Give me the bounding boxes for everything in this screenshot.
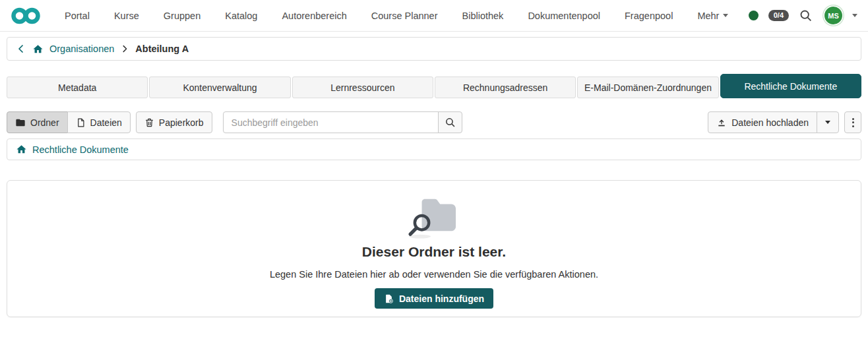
nav-item-dokumentenpool[interactable]: Dokumentenpool	[528, 11, 600, 21]
infinity-logo-icon	[11, 7, 41, 25]
more-actions-button[interactable]	[844, 111, 861, 133]
files-view-button[interactable]: Dateien	[67, 111, 131, 133]
nav-item-fragenpool[interactable]: Fragenpool	[625, 11, 673, 21]
view-switch-group: Ordner Dateien	[7, 111, 131, 133]
main-nav: Portal Kurse Gruppen Katalog Autorenbere…	[65, 11, 728, 21]
app-logo[interactable]	[11, 7, 41, 25]
empty-state-title: Dieser Ordner ist leer.	[362, 244, 506, 260]
search-group	[223, 111, 462, 133]
trash-button[interactable]: Papierkorb	[136, 111, 212, 133]
nav-item-portal[interactable]: Portal	[65, 11, 90, 21]
task-count-badge[interactable]: 0/4	[768, 10, 789, 21]
tab-rechtliche-dokumente[interactable]: Rechtliche Dokumente	[720, 74, 861, 98]
folders-view-button[interactable]: Ordner	[7, 111, 68, 133]
home-icon[interactable]	[16, 144, 27, 155]
folder-icon	[15, 117, 26, 128]
files-view-label: Dateien	[90, 117, 122, 128]
search-input[interactable]	[223, 111, 439, 133]
status-indicator-dot	[749, 11, 759, 20]
tab-lernressourcen[interactable]: Lernressourcen	[292, 77, 433, 98]
add-files-button[interactable]: Dateien hinzufügen	[375, 288, 493, 309]
upload-dropdown-button[interactable]	[817, 111, 839, 133]
avatar[interactable]: MS	[824, 7, 842, 24]
file-plus-icon	[384, 293, 394, 304]
folder-content-area: Dieser Ordner ist leer. Legen Sie Ihre D…	[7, 180, 861, 317]
breadcrumb-link-organisationen[interactable]: Organisationen	[49, 44, 114, 54]
tab-kontenverwaltung[interactable]: Kontenverwaltung	[149, 77, 290, 98]
upload-files-label: Dateien hochladen	[731, 117, 809, 128]
tab-email-domaenen-zuordnungen[interactable]: E-Mail-Domänen-Zuordnungen	[577, 77, 718, 98]
empty-folder-illustration	[403, 194, 465, 239]
breadcrumb-current: Abteilung A	[135, 44, 189, 54]
nav-item-kurse[interactable]: Kurse	[114, 11, 139, 21]
back-chevron-icon[interactable]	[16, 44, 26, 54]
search-icon[interactable]	[799, 9, 813, 22]
nav-mehr-label: Mehr	[697, 11, 719, 21]
navbar-right-group: 0/4 MS	[749, 7, 857, 24]
breadcrumb-separator-icon	[120, 44, 129, 53]
folder-breadcrumb: Rechtliche Dokumente	[7, 138, 861, 160]
file-toolbar: Ordner Dateien Papierkorb	[7, 111, 861, 133]
file-icon	[76, 117, 86, 128]
add-files-label: Dateien hinzufügen	[399, 293, 484, 304]
empty-state-description: Legen Sie Ihre Dateien hier ab oder verw…	[270, 269, 598, 280]
folder-breadcrumb-root-link[interactable]: Rechtliche Dokumente	[32, 144, 129, 155]
top-navbar: Portal Kurse Gruppen Katalog Autorenbere…	[0, 0, 868, 32]
upload-split-button: Dateien hochladen	[708, 111, 839, 133]
search-icon	[445, 117, 456, 128]
nav-item-mehr[interactable]: Mehr	[697, 11, 728, 21]
nav-item-katalog[interactable]: Katalog	[225, 11, 257, 21]
toolbar-right-group: Dateien hochladen	[708, 111, 861, 133]
tab-rechnungsadressen[interactable]: Rechnungsadressen	[435, 77, 576, 98]
trash-icon	[144, 117, 154, 128]
kebab-icon	[852, 118, 854, 120]
chevron-down-icon	[723, 14, 728, 17]
user-menu-chevron-down-icon[interactable]	[852, 14, 857, 17]
folders-view-label: Ordner	[30, 117, 59, 128]
search-submit-button[interactable]	[438, 111, 462, 133]
trash-label: Papierkorb	[159, 117, 204, 128]
upload-files-button[interactable]: Dateien hochladen	[708, 111, 817, 133]
tab-bar: Metadata Kontenverwaltung Lernressourcen…	[7, 77, 861, 98]
nav-item-autorenbereich[interactable]: Autorenbereich	[282, 11, 346, 21]
chevron-down-icon	[825, 121, 830, 124]
home-icon[interactable]	[32, 44, 44, 55]
tab-metadata[interactable]: Metadata	[7, 77, 148, 98]
breadcrumb: Organisationen Abteilung A	[7, 37, 861, 61]
nav-item-bibliothek[interactable]: Bibliothek	[462, 11, 504, 21]
toolbar-left-group: Ordner Dateien Papierkorb	[7, 111, 462, 133]
upload-icon	[716, 117, 727, 128]
nav-item-gruppen[interactable]: Gruppen	[164, 11, 201, 21]
nav-item-course-planner[interactable]: Course Planner	[371, 11, 438, 21]
